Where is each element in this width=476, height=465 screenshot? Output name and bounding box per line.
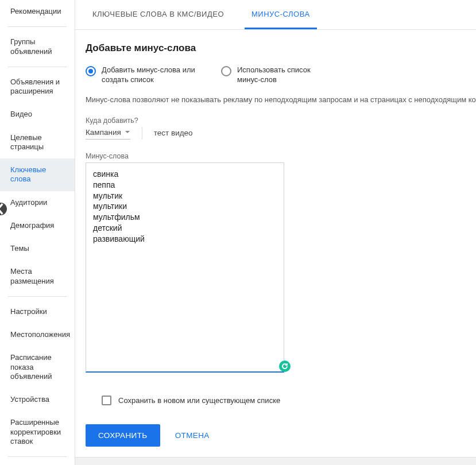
content-area: Добавьте минус-слова Добавить минус-слов… (75, 30, 476, 414)
radio-group: Добавить минус-слова или создать список … (86, 65, 466, 85)
divider (8, 296, 67, 297)
radio-label: Использовать список минус-слов (237, 65, 335, 85)
sidebar-item-keywords[interactable]: Ключевые слова (0, 158, 75, 191)
radio-option-use-list[interactable]: Использовать список минус-слов (221, 65, 335, 85)
save-button[interactable]: СОХРАНИТЬ (86, 424, 160, 447)
radio-label: Добавить минус-слова или создать список (102, 65, 199, 85)
app-root: Рекомендации Группы объявлений Объявлени… (0, 0, 476, 465)
tab-display-keywords[interactable]: КЛЮЧЕВЫЕ СЛОВА В КМС/ВИДЕО (86, 0, 231, 29)
save-list-row: Сохранить в новом или существующем списк… (86, 396, 466, 405)
radio-icon (221, 66, 231, 76)
bottom-strip (75, 457, 476, 465)
save-list-label: Сохранить в новом или существующем списк… (118, 396, 280, 405)
sidebar-item-audiences[interactable]: Аудитории (0, 191, 75, 214)
tab-bar: КЛЮЧЕВЫЕ СЛОВА В КМС/ВИДЕО МИНУС-СЛОВА (75, 0, 476, 30)
sidebar-item-devices[interactable]: Устройства (0, 388, 75, 411)
sidebar-item-landing-pages[interactable]: Целевые страницы (0, 126, 75, 159)
sidebar-item-ad-schedule[interactable]: Расписание показа объявлений (0, 346, 75, 388)
radio-option-add[interactable]: Добавить минус-слова или создать список (86, 65, 199, 85)
caret-down-icon (125, 129, 130, 135)
dropdown-value: Кампания (86, 128, 121, 137)
sidebar-item-settings[interactable]: Настройки (0, 300, 75, 323)
sidebar-item-change-history[interactable]: История изменений (0, 460, 75, 465)
divider (142, 127, 142, 140)
radio-icon (86, 66, 96, 76)
keywords-textarea-wrap (86, 162, 284, 375)
sidebar-item-demographics[interactable]: Демография (0, 214, 75, 237)
sidebar-item-locations[interactable]: Местоположения (0, 323, 75, 346)
chevron-left-icon (0, 203, 7, 215)
help-text: Минус-слова позволяют не показывать рекл… (86, 95, 466, 104)
save-list-checkbox[interactable] (102, 396, 111, 405)
sidebar: Рекомендации Группы объявлений Объявлени… (0, 0, 75, 465)
sidebar-item-topics[interactable]: Темы (0, 237, 75, 260)
divider (8, 26, 67, 27)
destination-label: Куда добавить? (86, 117, 466, 125)
footer-actions: СОХРАНИТЬ ОТМЕНА (75, 414, 476, 457)
sidebar-item-placements[interactable]: Места размещения (0, 260, 75, 293)
refresh-icon (281, 363, 288, 370)
destination-dropdown[interactable]: Кампания (86, 127, 130, 140)
sidebar-item-recommendations[interactable]: Рекомендации (0, 0, 75, 23)
collapse-sidebar-button[interactable] (0, 203, 7, 215)
sidebar-item-video[interactable]: Видео (0, 103, 75, 126)
selected-campaign-name[interactable]: тест видео (154, 129, 193, 137)
negative-keywords-input[interactable] (86, 162, 284, 373)
tab-negative-keywords[interactable]: МИНУС-СЛОВА (245, 0, 317, 29)
destination-row: Кампания тест видео (86, 127, 466, 140)
main-panel: КЛЮЧЕВЫЕ СЛОВА В КМС/ВИДЕО МИНУС-СЛОВА Д… (75, 0, 476, 465)
section-title: Добавьте минус-слова (86, 42, 466, 54)
sidebar-item-ads-extensions[interactable]: Объявления и расширения (0, 71, 75, 103)
keywords-label: Минус-слова (86, 152, 466, 160)
sidebar-item-ad-groups[interactable]: Группы объявлений (0, 30, 75, 63)
grammarly-icon[interactable] (279, 361, 291, 372)
divider (8, 456, 67, 457)
cancel-button[interactable]: ОТМЕНА (171, 424, 214, 447)
sidebar-item-bid-adjustments[interactable]: Расширенные корректировки ставок (0, 411, 75, 453)
divider (8, 67, 67, 67)
